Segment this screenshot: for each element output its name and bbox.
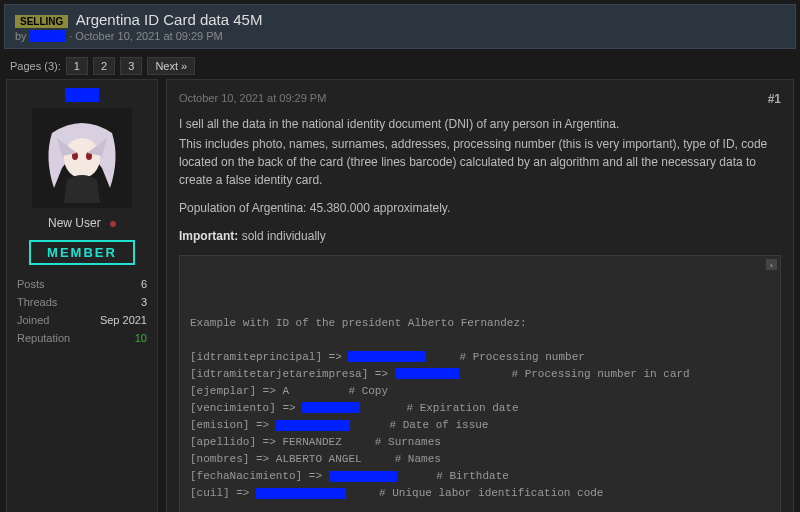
stat-value: Sep 2021: [100, 314, 147, 326]
page-1[interactable]: 1: [66, 57, 88, 75]
stat-label: Threads: [17, 296, 57, 308]
page-2[interactable]: 2: [93, 57, 115, 75]
stat-label: Posts: [17, 278, 45, 290]
stat-reputation: Reputation10: [15, 329, 149, 347]
user-sidebar: x New User MEMBER Posts6 Threads3 Joined…: [6, 79, 158, 512]
page-3[interactable]: 3: [120, 57, 142, 75]
scroll-up-icon[interactable]: ▴: [766, 259, 777, 270]
thread-title: Argentina ID Card data 45M: [76, 11, 263, 28]
code-block[interactable]: ▴ Example with ID of the president Alber…: [179, 255, 781, 513]
post-p3: Population of Argentina: 45.380.000 appr…: [179, 199, 781, 217]
author-redacted: xxx: [30, 30, 67, 42]
thread-header: SELLING Argentina ID Card data 45M by xx…: [4, 4, 796, 49]
page-next[interactable]: Next »: [147, 57, 195, 75]
post-p2: This includes photo, names, surnames, ad…: [179, 135, 781, 189]
post-timestamp: October 10, 2021 at 09:29 PM: [179, 90, 781, 107]
stat-threads: Threads3: [15, 293, 149, 311]
avatar[interactable]: [32, 108, 132, 208]
byline-date: October 10, 2021 at 09:29 PM: [75, 30, 222, 42]
important-label: Important:: [179, 229, 238, 243]
stat-value: 6: [141, 278, 147, 290]
post-important: Important: sold individually: [179, 227, 781, 245]
important-text: sold individually: [238, 229, 325, 243]
svg-point-1: [64, 138, 100, 178]
byline: by xxx · October 10, 2021 at 09:29 PM: [15, 30, 785, 42]
by-label: by: [15, 30, 27, 42]
rank-text: New User: [48, 216, 101, 230]
pages-label: Pages (3):: [10, 60, 61, 72]
byline-sep: ·: [66, 30, 75, 42]
stat-value: 10: [135, 332, 147, 344]
member-badge: MEMBER: [29, 240, 135, 265]
post-p1: I sell all the data in the national iden…: [179, 115, 781, 133]
stat-label: Joined: [17, 314, 49, 326]
username-redacted[interactable]: x: [65, 88, 99, 102]
stat-posts: Posts6: [15, 275, 149, 293]
post-number[interactable]: #1: [768, 90, 781, 108]
stat-value: 3: [141, 296, 147, 308]
user-stats: Posts6 Threads3 JoinedSep 2021 Reputatio…: [15, 275, 149, 347]
user-rank: New User: [15, 216, 149, 230]
stat-label: Reputation: [17, 332, 70, 344]
stat-joined: JoinedSep 2021: [15, 311, 149, 329]
tag-selling: SELLING: [15, 15, 68, 28]
pagination: Pages (3): 1 2 3 Next »: [0, 53, 800, 79]
status-dot-icon: [110, 221, 116, 227]
post-content: October 10, 2021 at 09:29 PM #1 I sell a…: [166, 79, 794, 512]
